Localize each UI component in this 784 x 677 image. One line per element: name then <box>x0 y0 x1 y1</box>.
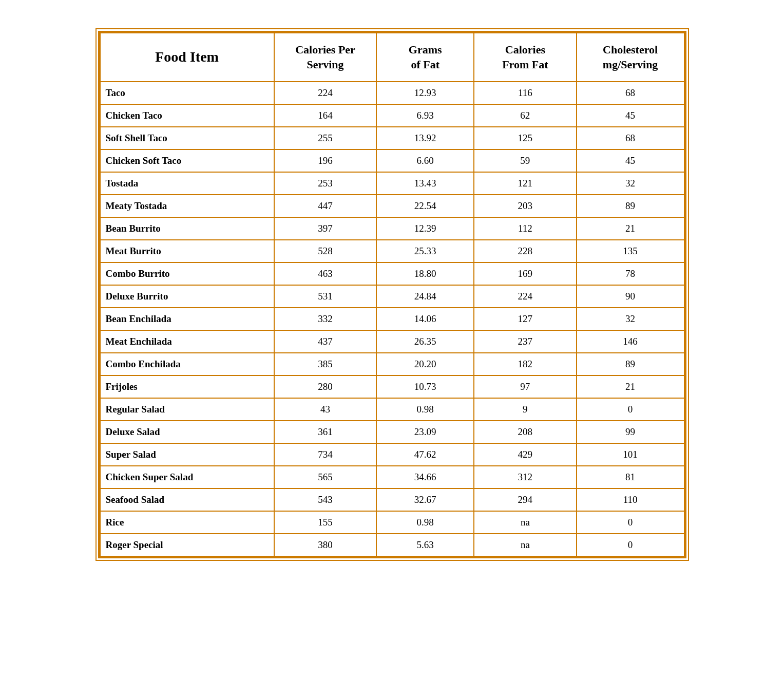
cell-calFromFat: 125 <box>474 127 577 149</box>
cell-calories: 397 <box>274 217 377 240</box>
cell-calFromFat: 237 <box>474 330 577 353</box>
cell-food: Combo Enchilada <box>100 353 274 375</box>
table-row: Seafood Salad54332.67294110 <box>100 488 684 511</box>
cell-calories: 224 <box>274 82 377 104</box>
table-row: Meaty Tostada44722.5420389 <box>100 195 684 217</box>
cell-calories: 437 <box>274 330 377 353</box>
cell-calFromFat: 59 <box>474 149 577 172</box>
cell-food: Roger Special <box>100 534 274 556</box>
cell-fat: 0.98 <box>376 398 474 421</box>
cell-calFromFat: 224 <box>474 285 577 308</box>
cell-fat: 6.60 <box>376 149 474 172</box>
cell-cholesterol: 0 <box>577 398 684 421</box>
cell-cholesterol: 0 <box>577 534 684 556</box>
table-row: Chicken Taco1646.936245 <box>100 104 684 127</box>
cell-cholesterol: 32 <box>577 308 684 330</box>
table-container: Food ItemCalories PerServingGramsof FatC… <box>98 31 686 558</box>
cell-calories: 463 <box>274 262 377 285</box>
cell-calFromFat: 116 <box>474 82 577 104</box>
table-row: Meat Enchilada43726.35237146 <box>100 330 684 353</box>
cell-food: Seafood Salad <box>100 488 274 511</box>
col-header-fat: Gramsof Fat <box>376 33 474 82</box>
cell-cholesterol: 89 <box>577 195 684 217</box>
cell-food: Chicken Super Salad <box>100 466 274 488</box>
cell-cholesterol: 135 <box>577 240 684 262</box>
cell-calories: 255 <box>274 127 377 149</box>
cell-food: Meaty Tostada <box>100 195 274 217</box>
cell-calories: 280 <box>274 375 377 398</box>
col-header-food: Food Item <box>100 33 274 82</box>
cell-fat: 13.92 <box>376 127 474 149</box>
table-row: Meat Burrito52825.33228135 <box>100 240 684 262</box>
col-header-calFromFat: CaloriesFrom Fat <box>474 33 577 82</box>
cell-calFromFat: 9 <box>474 398 577 421</box>
cell-cholesterol: 21 <box>577 217 684 240</box>
cell-food: Bean Enchilada <box>100 308 274 330</box>
cell-cholesterol: 99 <box>577 421 684 443</box>
cell-fat: 12.93 <box>376 82 474 104</box>
cell-cholesterol: 110 <box>577 488 684 511</box>
cell-fat: 47.62 <box>376 443 474 466</box>
cell-calFromFat: 208 <box>474 421 577 443</box>
cell-fat: 23.09 <box>376 421 474 443</box>
cell-cholesterol: 90 <box>577 285 684 308</box>
cell-calFromFat: 121 <box>474 172 577 195</box>
cell-food: Deluxe Salad <box>100 421 274 443</box>
cell-calories: 332 <box>274 308 377 330</box>
table-row: Regular Salad430.9890 <box>100 398 684 421</box>
cell-calories: 543 <box>274 488 377 511</box>
cell-cholesterol: 45 <box>577 149 684 172</box>
table-row: Chicken Super Salad56534.6631281 <box>100 466 684 488</box>
table-row: Deluxe Salad36123.0920899 <box>100 421 684 443</box>
cell-cholesterol: 45 <box>577 104 684 127</box>
col-header-calories: Calories PerServing <box>274 33 377 82</box>
cell-fat: 13.43 <box>376 172 474 195</box>
cell-calFromFat: 127 <box>474 308 577 330</box>
table-row: Chicken Soft Taco1966.605945 <box>100 149 684 172</box>
table-row: Rice1550.98na0 <box>100 511 684 534</box>
cell-food: Frijoles <box>100 375 274 398</box>
cell-fat: 32.67 <box>376 488 474 511</box>
cell-fat: 25.33 <box>376 240 474 262</box>
cell-cholesterol: 68 <box>577 82 684 104</box>
table-row: Taco22412.9311668 <box>100 82 684 104</box>
cell-fat: 12.39 <box>376 217 474 240</box>
cell-cholesterol: 21 <box>577 375 684 398</box>
table-row: Bean Burrito39712.3911221 <box>100 217 684 240</box>
cell-fat: 22.54 <box>376 195 474 217</box>
table-row: Deluxe Burrito53124.8422490 <box>100 285 684 308</box>
cell-calories: 380 <box>274 534 377 556</box>
cell-food: Meat Enchilada <box>100 330 274 353</box>
cell-calories: 565 <box>274 466 377 488</box>
cell-calories: 528 <box>274 240 377 262</box>
cell-food: Combo Burrito <box>100 262 274 285</box>
nutrition-table: Food ItemCalories PerServingGramsof FatC… <box>100 32 685 557</box>
table-row: Tostada25313.4312132 <box>100 172 684 195</box>
cell-calories: 447 <box>274 195 377 217</box>
cell-calFromFat: 203 <box>474 195 577 217</box>
cell-food: Soft Shell Taco <box>100 127 274 149</box>
cell-calFromFat: 294 <box>474 488 577 511</box>
col-header-cholesterol: Cholesterolmg/Serving <box>577 33 684 82</box>
cell-fat: 20.20 <box>376 353 474 375</box>
cell-food: Deluxe Burrito <box>100 285 274 308</box>
cell-food: Chicken Soft Taco <box>100 149 274 172</box>
cell-calories: 253 <box>274 172 377 195</box>
cell-cholesterol: 89 <box>577 353 684 375</box>
cell-calFromFat: 62 <box>474 104 577 127</box>
cell-fat: 34.66 <box>376 466 474 488</box>
cell-calories: 385 <box>274 353 377 375</box>
cell-calFromFat: 312 <box>474 466 577 488</box>
cell-cholesterol: 101 <box>577 443 684 466</box>
cell-food: Meat Burrito <box>100 240 274 262</box>
cell-cholesterol: 78 <box>577 262 684 285</box>
cell-food: Taco <box>100 82 274 104</box>
cell-calFromFat: 112 <box>474 217 577 240</box>
table-row: Soft Shell Taco25513.9212568 <box>100 127 684 149</box>
table-row: Combo Enchilada38520.2018289 <box>100 353 684 375</box>
cell-calFromFat: 169 <box>474 262 577 285</box>
cell-fat: 5.63 <box>376 534 474 556</box>
cell-fat: 14.06 <box>376 308 474 330</box>
cell-food: Bean Burrito <box>100 217 274 240</box>
cell-fat: 10.73 <box>376 375 474 398</box>
